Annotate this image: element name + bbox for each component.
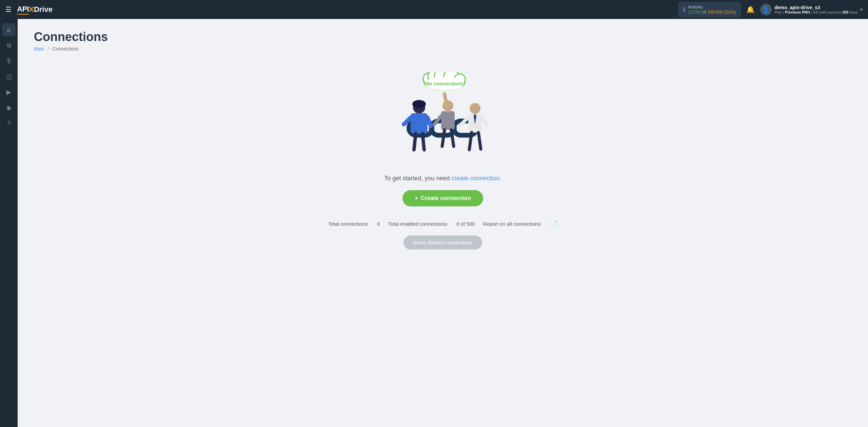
sidebar-item-account[interactable]: ◉	[2, 101, 16, 115]
svg-rect-19	[441, 111, 455, 130]
svg-rect-13	[411, 113, 428, 134]
breadcrumb-main-link[interactable]: Main	[34, 46, 44, 52]
sidebar-item-home[interactable]: ⌂	[2, 23, 16, 37]
total-connections-label: Total connections:	[328, 221, 369, 227]
logo-drive-text: Drive	[34, 5, 53, 14]
plus-icon: +	[415, 195, 418, 202]
svg-text:No connections: No connections	[426, 81, 464, 86]
hamburger-menu[interactable]: ☰	[5, 5, 12, 14]
logo-x-text: X	[29, 5, 34, 14]
user-menu[interactable]: 👤 demo_apix-drive_s3 Plan | Premium PRO …	[760, 4, 863, 15]
info-icon: ℹ	[683, 6, 685, 13]
main-content: Connections Main / Connections No connec…	[18, 19, 868, 427]
breadcrumb-current: Connections	[52, 46, 79, 52]
chevron-down-icon: ▾	[860, 7, 863, 12]
page-title: Connections	[34, 30, 108, 44]
user-plan: Plan | Premium PRO | left until payment …	[774, 10, 857, 14]
total-connections-value: 0	[377, 221, 380, 227]
sidebar-item-billing[interactable]: $	[2, 54, 16, 68]
create-connection-button[interactable]: + Create connection	[402, 190, 483, 206]
logo: APIXDrive	[17, 5, 53, 15]
center-area: No connections	[34, 72, 852, 249]
sidebar-item-video[interactable]: ▶	[2, 85, 16, 99]
user-name: demo_apix-drive_s3	[774, 5, 857, 10]
svg-line-15	[428, 118, 431, 126]
show-deleted-connections-button[interactable]: Show deleted connections	[403, 236, 482, 249]
svg-line-22	[442, 130, 445, 146]
actions-badge[interactable]: ℹ Actions: 22'059 of 100'000 (22%)	[678, 2, 741, 17]
get-started-text: To get started, you need create connecti…	[384, 175, 501, 182]
user-info: demo_apix-drive_s3 Plan | Premium PRO | …	[774, 5, 857, 14]
svg-point-12	[412, 100, 426, 108]
illustration: No connections	[389, 72, 497, 167]
svg-line-16	[414, 134, 416, 150]
svg-line-30	[478, 133, 481, 149]
sidebar: ⌂ ⧉ $ ◫ ▶ ◉ ?	[0, 19, 18, 427]
main-layout: ⌂ ⧉ $ ◫ ▶ ◉ ? Connections Main / Connect…	[0, 19, 868, 427]
svg-point-24	[470, 103, 480, 114]
create-connection-link[interactable]: create connection.	[452, 175, 501, 182]
logo-api-text: API	[17, 5, 29, 15]
notifications-icon[interactable]: 🔔	[746, 5, 755, 14]
report-label: Report on all connections:	[483, 221, 541, 227]
sidebar-item-connections[interactable]: ⧉	[2, 39, 16, 52]
breadcrumb-separator: /	[47, 46, 49, 52]
report-icon[interactable]: 📄	[550, 220, 557, 227]
sidebar-item-help[interactable]: ?	[2, 117, 16, 130]
total-enabled-value: 0 of 500	[456, 221, 475, 227]
create-connection-label: Create connection	[421, 195, 471, 202]
top-navigation: ☰ APIXDrive ℹ Actions: 22'059 of 100'000…	[0, 0, 868, 19]
avatar: 👤	[760, 4, 772, 15]
actions-text: Actions: 22'059 of 100'000 (22%)	[688, 4, 736, 15]
sidebar-item-services[interactable]: ◫	[2, 70, 16, 83]
svg-line-17	[422, 134, 424, 150]
svg-line-28	[482, 118, 487, 124]
stats-row: Total connections: 0 Total enabled conne…	[328, 220, 557, 227]
breadcrumb: Main / Connections	[34, 46, 79, 52]
total-enabled-label: Total enabled connections:	[388, 221, 449, 227]
